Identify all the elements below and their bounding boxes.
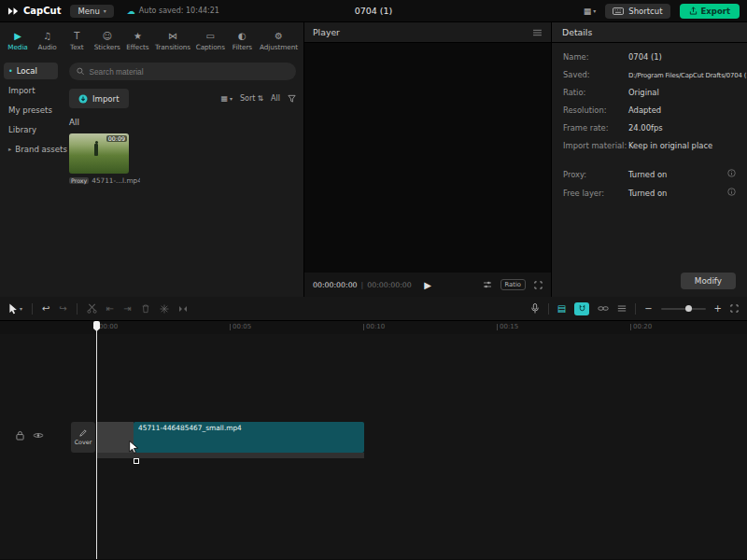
timeline[interactable]: 00:00 00:05 00:10 00:15 00:20 Cover 4571… <box>0 321 747 559</box>
tab-adjustment[interactable]: ⚙Adjustment <box>260 31 298 51</box>
quality-icon <box>483 280 492 289</box>
trim-right-button[interactable]: ⇥ <box>123 303 131 314</box>
record-voiceover-button[interactable] <box>530 302 540 315</box>
sidebar-item-import[interactable]: Import <box>4 82 58 99</box>
sidebar-item-local[interactable]: •Local <box>4 63 58 79</box>
view-controls: ▦▾ Sort⇅ All <box>220 94 296 103</box>
freeze-button[interactable] <box>160 304 169 314</box>
eye-icon <box>33 431 44 440</box>
cover-button[interactable]: Cover <box>71 422 95 453</box>
info-icon[interactable] <box>727 169 736 177</box>
tab-captions[interactable]: ▭Captions <box>196 31 225 51</box>
delete-button[interactable] <box>141 303 150 314</box>
ruler-label: 00:10 <box>363 323 385 330</box>
split-button[interactable] <box>87 303 97 314</box>
media-content: Import ▦▾ Sort⇅ All All <box>62 56 303 297</box>
detail-value: 24.00fps <box>628 123 663 133</box>
trim-left-button[interactable]: ⇤ <box>106 303 114 314</box>
detail-label: Resolution: <box>563 105 628 115</box>
sidebar-item-library[interactable]: Library <box>4 121 58 138</box>
layout-toggle-button[interactable]: ▦▾ <box>584 7 597 16</box>
tab-label: Text <box>70 43 83 51</box>
import-label: Import <box>92 94 120 104</box>
link-toggle[interactable] <box>598 305 609 312</box>
preview-axis-toggle[interactable] <box>617 304 627 313</box>
divider <box>77 303 78 315</box>
redo-icon: ↪ <box>59 303 66 314</box>
player-menu-icon[interactable] <box>532 29 543 36</box>
tab-audio[interactable]: ♫Audio <box>35 31 60 51</box>
redo-button[interactable]: ↪ <box>59 303 66 314</box>
playhead[interactable] <box>96 321 97 559</box>
fullscreen-button[interactable] <box>534 281 543 289</box>
lock-track-button[interactable] <box>16 430 24 441</box>
zoom-in-button[interactable]: + <box>714 303 722 314</box>
all-filter-button[interactable]: All <box>271 94 280 103</box>
menu-label: Menu <box>78 7 99 16</box>
detail-row: Saved:D:/Program Files/CapCut Drafts/070… <box>563 70 736 79</box>
zoom-slider-knob[interactable] <box>685 305 692 312</box>
ruler-label: 00:05 <box>230 323 251 330</box>
search-icon <box>77 67 84 76</box>
clip-title: 45711-446485467_small.mp4 <box>138 424 359 432</box>
modify-button[interactable]: Modify <box>681 273 736 289</box>
export-icon <box>689 7 698 15</box>
info-icon[interactable] <box>727 188 736 196</box>
quality-button[interactable] <box>483 280 492 289</box>
menu-button[interactable]: Menu▾ <box>70 5 113 18</box>
sidebar-label: Local <box>17 66 37 76</box>
details-header: Details <box>552 22 747 43</box>
tab-text[interactable]: TText <box>64 31 89 51</box>
sort-button[interactable]: Sort⇅ <box>240 94 263 103</box>
import-button[interactable]: Import <box>69 89 129 108</box>
divider <box>32 303 33 315</box>
sidebar-item-my-presets[interactable]: My presets <box>4 102 58 119</box>
tab-stickers[interactable]: ☺Stickers <box>94 31 120 51</box>
sort-label: Sort <box>240 94 255 103</box>
ratio-button[interactable]: Ratio <box>500 279 526 290</box>
tab-label: Transitions <box>155 43 190 51</box>
zoom-out-button[interactable]: − <box>644 303 652 314</box>
free-layer-row: Free layer: Turned on <box>563 188 736 198</box>
stickers-icon: ☺ <box>103 31 112 41</box>
toggle-block: Proxy: Turned on Free layer: Turned on <box>563 169 736 206</box>
tab-filters[interactable]: ◐Filters <box>230 31 254 51</box>
media-clip-card[interactable]: 00:09 Proxy 45711-...l.mp4 <box>69 133 129 185</box>
mirror-button[interactable] <box>178 304 188 314</box>
video-clip[interactable]: 45711-446485467_small.mp4 <box>134 422 364 453</box>
tick-mark <box>497 324 498 330</box>
sidebar-label: My presets <box>8 105 52 115</box>
timeline-toolbar: ▾ ↩ ↪ ⇤ ⇥ ▤ <box>0 297 747 321</box>
undo-button[interactable]: ↩ <box>42 303 49 314</box>
auto-snap-toggle[interactable] <box>574 302 589 315</box>
undo-icon: ↩ <box>42 303 49 314</box>
detail-value: Original <box>628 88 659 97</box>
fit-timeline-button[interactable] <box>730 304 739 313</box>
time-ruler[interactable]: 00:00 00:05 00:10 00:15 00:20 <box>0 321 747 334</box>
tab-effects[interactable]: ★Effects <box>125 31 149 51</box>
detail-label: Frame rate: <box>563 123 628 133</box>
clip-meta: Proxy 45711-...l.mp4 <box>69 176 140 185</box>
shortcut-button[interactable]: Shortcut <box>605 4 669 19</box>
tab-transitions[interactable]: ⋈Transitions <box>155 31 190 51</box>
tab-media[interactable]: ▶Media <box>6 31 30 51</box>
search-input[interactable] <box>89 67 289 77</box>
fullscreen-icon <box>534 281 543 289</box>
toggle-visibility-button[interactable] <box>33 431 44 440</box>
cloud-sync-icon: ☁ <box>127 7 135 16</box>
clip-thumbnail[interactable]: 00:09 <box>69 133 129 174</box>
detail-label: Saved: <box>563 70 628 79</box>
filter-button[interactable] <box>288 94 296 103</box>
zoom-slider[interactable] <box>661 308 706 310</box>
video-preview[interactable] <box>304 43 551 273</box>
export-label: Export <box>701 7 730 16</box>
export-button[interactable]: Export <box>680 4 740 19</box>
select-tool-button[interactable]: ▾ <box>8 303 22 315</box>
view-grid-button[interactable]: ▦▾ <box>220 94 233 103</box>
detail-row: Name:0704 (1) <box>563 52 736 62</box>
detail-label: Free layer: <box>563 189 628 198</box>
chevron-down-icon: ▾ <box>593 7 596 14</box>
play-button[interactable]: ▶ <box>424 280 431 290</box>
sidebar-item-brand-assets[interactable]: ▸Brand assets <box>4 141 58 158</box>
main-track-toggle[interactable]: ▤ <box>557 303 566 314</box>
